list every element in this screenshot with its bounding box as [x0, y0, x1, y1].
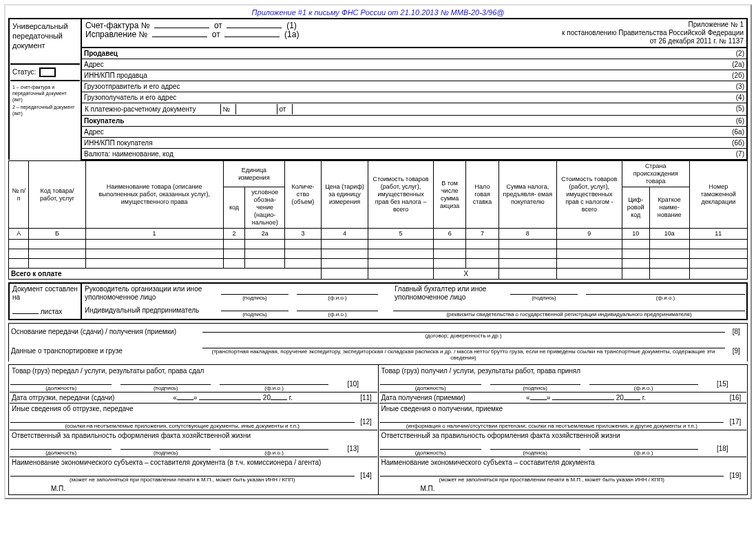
invoice-date[interactable]: [227, 28, 282, 28]
status-label: Статус:: [12, 68, 36, 76]
ip-fio[interactable]: [297, 303, 378, 311]
acc-sign[interactable]: [510, 286, 578, 295]
items-table: № п/п Код товара/ работ, услуг Наименова…: [8, 160, 748, 280]
acc-fio[interactable]: [586, 286, 745, 295]
basis-value[interactable]: [202, 324, 725, 333]
table-row[interactable]: [9, 240, 748, 249]
page: Приложение #1 к письму ФНС России от 21.…: [4, 4, 752, 499]
table-row[interactable]: [9, 259, 748, 269]
status-box[interactable]: [39, 67, 56, 77]
status-note-2: 2 – передаточный документ (акт): [12, 104, 78, 116]
basis-row: Основание передачи (сдачи) / получения (…: [8, 323, 748, 362]
pay-date[interactable]: [292, 104, 525, 114]
head-fio[interactable]: [297, 286, 378, 295]
ip-sign[interactable]: [221, 303, 288, 311]
correction-no[interactable]: [152, 36, 207, 37]
doc-title: Универсальный: [12, 22, 68, 30]
correction-date[interactable]: [224, 36, 280, 37]
signatures-block: Документ составлен на листах Руководител…: [8, 282, 748, 320]
status-note-1: 1 – счет-фактура и передаточный документ…: [12, 84, 78, 103]
head-sign[interactable]: [221, 286, 288, 295]
sheets-count[interactable]: [12, 313, 39, 314]
ip-rekv[interactable]: [393, 303, 745, 311]
pay-no[interactable]: [235, 104, 277, 114]
invoice-no[interactable]: [154, 28, 209, 28]
trans-value[interactable]: [202, 340, 725, 348]
top-attachment-note: Приложение #1 к письму ФНС России от 21.…: [8, 8, 748, 17]
header-table: Универсальный передаточный документ Стат…: [8, 18, 748, 160]
table-row[interactable]: [9, 249, 748, 259]
bottom-two-col: Товар (груз) передал / услуги, результат…: [8, 364, 748, 495]
